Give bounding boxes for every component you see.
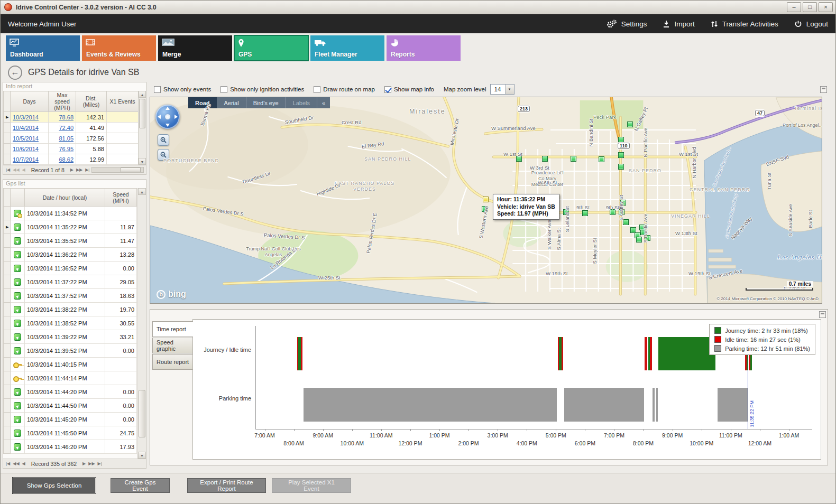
- checkbox-show-only-ignition-activities[interactable]: Show only ignition activities: [221, 86, 304, 93]
- col-date-hour[interactable]: Date / hour (local): [25, 189, 105, 207]
- col-speed[interactable]: Speed (MPH): [105, 189, 137, 207]
- minimize-button[interactable]: –: [787, 2, 801, 12]
- selected-gps-marker[interactable]: [483, 197, 489, 202]
- gps-marker[interactable]: [482, 206, 488, 212]
- info-report-row[interactable]: 10/6/201476.955.88: [4, 144, 139, 154]
- pager-prev-page-icon[interactable]: ◀◀: [12, 167, 20, 172]
- menu-item-logout[interactable]: Logout: [794, 20, 828, 28]
- pager-last-icon[interactable]: ▶|: [85, 167, 90, 172]
- gps-marker[interactable]: [618, 164, 624, 170]
- checkbox-unchecked-icon[interactable]: [221, 86, 227, 93]
- col-max-speed[interactable]: Max speed (MPH): [49, 91, 76, 112]
- pager-next-icon[interactable]: ▶: [82, 461, 86, 466]
- day-link[interactable]: 10/7/2014: [13, 156, 39, 163]
- pan-left-icon[interactable]: [158, 115, 161, 119]
- close-button[interactable]: ×: [819, 2, 833, 12]
- map-tab-road[interactable]: Road: [188, 97, 217, 108]
- map-pan-compass[interactable]: [155, 105, 180, 129]
- tab-speed-graphic[interactable]: Speed graphic: [152, 338, 192, 353]
- gps-list-row[interactable]: 10/3/2014 11:38:52 PM30.55: [4, 316, 137, 330]
- menu-item-import[interactable]: Import: [663, 20, 694, 28]
- pager-prev-icon[interactable]: ◀: [22, 167, 26, 172]
- map-tab-birds-eye[interactable]: Bird's eye: [246, 97, 286, 108]
- gps-list-row[interactable]: 10/3/2014 11:35:52 PM11.47: [4, 234, 137, 248]
- tab-route-report[interactable]: Route report: [152, 354, 192, 370]
- checkbox-unchecked-icon[interactable]: [314, 86, 320, 93]
- day-link[interactable]: 10/4/2014: [13, 125, 39, 131]
- max-speed-link[interactable]: 81.05: [59, 135, 74, 142]
- gps-list-row[interactable]: 10/3/2014 11:37:52 PM18.63: [4, 289, 137, 303]
- info-report-row[interactable]: 10/4/201472.4041.49: [4, 123, 139, 133]
- pager-next-page-icon[interactable]: ▶▶: [88, 461, 95, 466]
- gps-list-row[interactable]: ▶10/3/2014 11:35:22 PM11.97: [4, 220, 137, 234]
- gps-marker[interactable]: [619, 209, 624, 215]
- tile-dashboard[interactable]: Dashboard: [6, 35, 80, 61]
- gps-marker[interactable]: [623, 219, 629, 225]
- pan-down-icon[interactable]: [166, 124, 170, 127]
- pager-first-icon[interactable]: |◀: [5, 167, 11, 172]
- gps-list-row[interactable]: 10/3/2014 11:44:14 PM: [4, 371, 137, 385]
- gps-list-row[interactable]: 10/3/2014 11:46:20 PM17.93: [4, 440, 137, 454]
- gps-list-row[interactable]: 10/3/2014 11:34:52 PM: [4, 207, 137, 220]
- back-button[interactable]: ←: [8, 66, 22, 80]
- tile-events-reviews[interactable]: Events & Reviews: [82, 35, 156, 61]
- gps-list-row[interactable]: 10/3/2014 11:44:20 PM0.00: [4, 385, 137, 399]
- checkbox-unchecked-icon[interactable]: [154, 86, 161, 93]
- gps-marker[interactable]: [639, 225, 645, 230]
- info-report-hscrollbar[interactable]: [91, 167, 144, 173]
- gps-list-vscrollbar[interactable]: ▲ ▼: [137, 188, 146, 459]
- tab-time-report[interactable]: Time report: [152, 321, 193, 337]
- create-gps-event-button[interactable]: Create Gps Event: [111, 478, 170, 493]
- map[interactable]: MiralestePeck ParkW Summerland AveCrest …: [150, 97, 822, 304]
- pager-prev-page-icon[interactable]: ◀◀: [12, 461, 20, 466]
- show-gps-selection-button[interactable]: Show Gps Selection: [13, 478, 95, 493]
- pager-prev-icon[interactable]: ◀: [22, 461, 26, 466]
- maximize-button[interactable]: □: [803, 2, 817, 12]
- chevron-down-icon[interactable]: ▼: [505, 85, 514, 94]
- scroll-up-icon[interactable]: ▲: [138, 188, 146, 195]
- gps-list-row[interactable]: 10/3/2014 11:37:22 PM29.05: [4, 275, 137, 289]
- tile-reports[interactable]: Reports: [387, 35, 461, 61]
- day-link[interactable]: 10/6/2014: [13, 146, 39, 152]
- pager-next-icon[interactable]: ▶: [70, 167, 74, 172]
- gps-marker[interactable]: [618, 152, 624, 158]
- gps-list-row[interactable]: 10/3/2014 11:44:50 PM0.00: [4, 399, 137, 413]
- gps-list-row[interactable]: 10/3/2014 11:36:52 PM0.00: [4, 262, 137, 275]
- map-tabs-collapse-icon[interactable]: «: [317, 97, 330, 108]
- gps-marker[interactable]: [645, 235, 650, 241]
- gps-marker[interactable]: [516, 156, 522, 162]
- pager-last-icon[interactable]: ▶|: [97, 461, 103, 466]
- max-speed-link[interactable]: 76.95: [59, 146, 74, 152]
- col-days[interactable]: Days: [11, 91, 49, 112]
- gps-list-row[interactable]: 10/3/2014 11:45:50 PM24.75: [4, 426, 137, 440]
- gps-marker[interactable]: [582, 210, 588, 216]
- pager-first-icon[interactable]: |◀: [5, 461, 11, 466]
- pager-next-page-icon[interactable]: ▶▶: [76, 167, 83, 172]
- map-panel-collapse-icon[interactable]: [820, 86, 827, 93]
- checkbox-show-only-events[interactable]: Show only events: [154, 86, 211, 93]
- tile-gps[interactable]: GPS: [234, 35, 308, 61]
- tile-fleet-manager[interactable]: Fleet Manager: [310, 35, 384, 61]
- gps-marker[interactable]: [610, 209, 615, 215]
- gps-list-row[interactable]: 10/3/2014 11:45:20 PM0.00: [4, 413, 137, 426]
- export-print-route-report-button[interactable]: Export / Print Route Report: [187, 478, 266, 493]
- zoom-out-button[interactable]: [158, 149, 169, 161]
- menu-item-transfer-activities[interactable]: Transfer Activities: [711, 20, 778, 28]
- scroll-down-icon[interactable]: ▼: [139, 158, 146, 165]
- gps-marker[interactable]: [542, 156, 548, 162]
- col-dist[interactable]: Dist. (Miles): [76, 91, 107, 112]
- checkbox-show-map-info[interactable]: Show map info: [384, 86, 434, 93]
- max-speed-link[interactable]: 78.68: [59, 114, 74, 120]
- gps-marker[interactable]: [620, 200, 626, 206]
- zoom-in-button[interactable]: [158, 134, 169, 146]
- gps-marker[interactable]: [636, 237, 642, 242]
- checkbox-checked-icon[interactable]: [384, 86, 391, 93]
- max-speed-link[interactable]: 72.40: [59, 125, 74, 131]
- scroll-down-icon[interactable]: ▼: [138, 452, 146, 459]
- pan-up-icon[interactable]: [166, 107, 170, 110]
- max-speed-link[interactable]: 68.62: [59, 156, 74, 163]
- tile-merge[interactable]: Merge: [158, 35, 232, 61]
- info-report-row[interactable]: 10/5/201481.05172.56: [4, 133, 139, 144]
- gps-marker[interactable]: [618, 137, 624, 143]
- map-zoom-select[interactable]: 14 ▼: [490, 84, 515, 95]
